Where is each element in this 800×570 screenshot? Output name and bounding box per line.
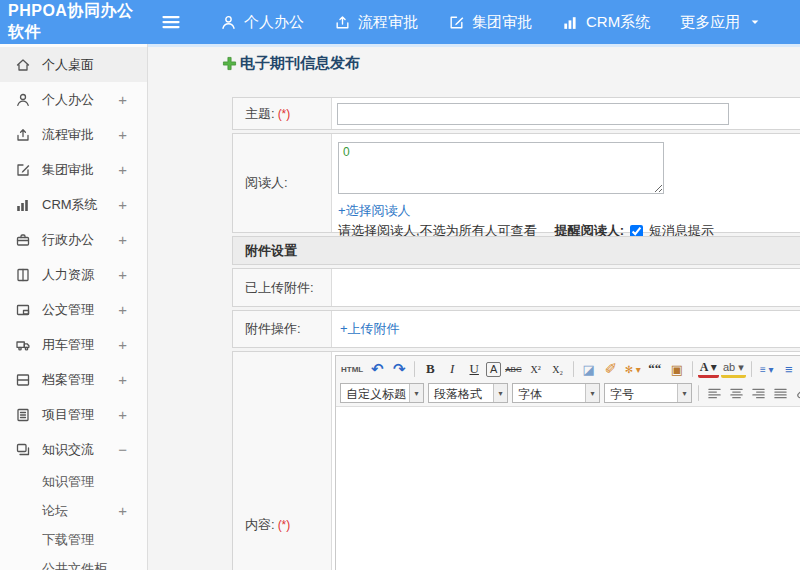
sidebar-item-label: 行政办公 xyxy=(42,231,94,249)
sidebar-item[interactable]: 流程审批 + xyxy=(0,117,147,152)
sidebar-item[interactable]: 知识交流 − xyxy=(0,432,147,467)
sidebar-item[interactable]: 知识管理 xyxy=(0,467,147,496)
sidebar-item-icon xyxy=(15,532,31,548)
sidebar-item[interactable]: 档案管理 + xyxy=(0,362,147,397)
expander-icon[interactable]: + xyxy=(118,266,127,283)
editor-toolbar-button[interactable]: ABC xyxy=(503,359,523,379)
editor-toolbar-button[interactable]: U xyxy=(464,359,484,379)
expander-icon[interactable]: + xyxy=(118,301,127,318)
sidebar-item[interactable]: 人力资源 + xyxy=(0,257,147,292)
top-nav-item[interactable]: CRM系统 xyxy=(562,13,650,32)
sidebar-item-icon xyxy=(15,232,31,248)
toolbar-icon xyxy=(795,386,800,401)
nav-icon xyxy=(562,14,579,31)
editor-toolbar-button[interactable]: A ▾ xyxy=(698,361,719,378)
sidebar-item[interactable]: 个人办公 + xyxy=(0,82,147,117)
chevron-down-icon[interactable]: ▾ xyxy=(409,384,423,402)
sidebar-item-label: 用车管理 xyxy=(42,336,94,354)
sidebar-item[interactable]: 个人桌面 xyxy=(0,47,147,82)
sidebar-item-icon xyxy=(15,561,31,570)
expander-icon[interactable]: + xyxy=(118,231,127,248)
sidebar-item-icon xyxy=(15,267,31,283)
toolbar-icon xyxy=(751,386,766,401)
editor-toolbar-button[interactable]: X² xyxy=(526,359,546,379)
top-nav-item[interactable]: 个人办公 xyxy=(220,13,304,32)
hamburger-icon xyxy=(161,12,181,32)
editor-toolbar-button[interactable] xyxy=(751,361,752,377)
sidebar-item-icon xyxy=(15,302,31,318)
expander-icon[interactable]: + xyxy=(118,336,127,353)
editor-toolbar-icon-button[interactable] xyxy=(704,383,724,403)
top-nav-item[interactable]: 更多应用 xyxy=(680,13,761,32)
editor-toolbar-button[interactable]: ab ▾ xyxy=(721,361,746,378)
editor-toolbar-button[interactable] xyxy=(692,361,693,377)
sidebar-item-icon xyxy=(15,503,31,519)
expander-icon[interactable]: − xyxy=(118,441,127,458)
sidebar-item[interactable]: 行政办公 + xyxy=(0,222,147,257)
sidebar-item[interactable]: 用车管理 + xyxy=(0,327,147,362)
readers-textarea[interactable]: 0 xyxy=(338,142,664,194)
chevron-down-icon[interactable]: ▾ xyxy=(493,384,507,402)
sidebar-item[interactable]: 下载管理 xyxy=(0,525,147,554)
editor-toolbar-button[interactable]: I xyxy=(442,359,462,379)
expander-icon[interactable]: + xyxy=(118,196,127,213)
editor-toolbar-button[interactable]: ✐ xyxy=(601,359,621,379)
expander-icon[interactable]: + xyxy=(118,126,127,143)
expander-icon[interactable]: + xyxy=(118,161,127,178)
editor-toolbar-button[interactable]: ≡ ▾ xyxy=(757,359,777,379)
chevron-down-icon[interactable]: ▾ xyxy=(677,384,691,402)
attachment-section-title: 附件设置 xyxy=(245,242,297,260)
attachment-op-field-cell: +上传附件 xyxy=(332,311,800,347)
editor-select[interactable]: 字体 ▾ xyxy=(512,383,600,403)
editor-toolbar-icon-button[interactable] xyxy=(792,383,800,403)
editor-toolbar-button[interactable]: ≡ xyxy=(779,359,799,379)
sidebar-item[interactable]: 公文管理 + xyxy=(0,292,147,327)
menu-toggle-button[interactable] xyxy=(148,12,194,32)
page-title-text: 电子期刊信息发布 xyxy=(240,54,360,73)
expander-icon[interactable]: + xyxy=(118,406,127,423)
sidebar-item[interactable]: 集团审批 + xyxy=(0,152,147,187)
editor-toolbar-button[interactable]: ↷ xyxy=(389,359,409,379)
editor-content-area[interactable] xyxy=(336,407,800,570)
editor-select[interactable]: 自定义标题 ▾ xyxy=(340,383,424,403)
expander-icon[interactable]: + xyxy=(118,502,127,519)
sidebar-item[interactable]: 项目管理 + xyxy=(0,397,147,432)
editor-toolbar-button[interactable]: X₂ xyxy=(548,359,568,379)
editor-toolbar-button[interactable]: ✻ ▾ xyxy=(623,359,643,379)
top-nav-item[interactable]: 流程审批 xyxy=(334,13,418,32)
editor-toolbar-icon-button[interactable] xyxy=(770,383,790,403)
page-title: 电子期刊信息发布 xyxy=(222,54,360,73)
editor-toolbar-button[interactable]: A xyxy=(486,362,501,377)
nav-label: 集团审批 xyxy=(472,13,532,32)
attachment-section-header: 附件设置 xyxy=(232,236,800,265)
expander-icon[interactable]: + xyxy=(118,91,127,108)
editor-toolbar-button[interactable]: B xyxy=(420,359,440,379)
editor-toolbar-button[interactable] xyxy=(414,361,415,377)
editor-select-label: 自定义标题 xyxy=(341,384,409,402)
sidebar-item-label: 集团审批 xyxy=(42,161,94,179)
editor-toolbar-button[interactable]: ▣ xyxy=(667,359,687,379)
sidebar: 个人桌面 个人办公 + 流程审批 + 集团审批 + CRM系统 + 行政办公 +… xyxy=(0,44,148,570)
editor-toolbar-button[interactable]: ◪ xyxy=(579,359,599,379)
sidebar-item-icon xyxy=(15,127,31,143)
editor-toolbar-icon-button[interactable] xyxy=(726,383,746,403)
editor-toolbar-button[interactable]: ““ xyxy=(645,359,665,379)
subject-input[interactable] xyxy=(337,103,729,125)
sidebar-item[interactable]: 公共文件柜 xyxy=(0,554,147,570)
sidebar-item-label: 知识管理 xyxy=(42,473,94,491)
editor-toolbar-button[interactable]: HTML xyxy=(339,359,365,379)
editor-toolbar-button[interactable] xyxy=(573,361,574,377)
sidebar-item[interactable]: 论坛 + xyxy=(0,496,147,525)
chevron-down-icon[interactable]: ▾ xyxy=(585,384,599,402)
sidebar-item[interactable]: CRM系统 + xyxy=(0,187,147,222)
editor-select[interactable]: 段落格式 ▾ xyxy=(428,383,508,403)
editor-toolbar-button[interactable]: ↶ xyxy=(367,359,387,379)
toolbar-icon xyxy=(729,386,744,401)
readers-field-cell: 0 +选择阅读人 请选择阅读人,不选为所有人可查看 提醒阅读人: 短消息提示 xyxy=(332,134,800,232)
top-nav-item[interactable]: 集团审批 xyxy=(448,13,532,32)
editor-toolbar-icon-button[interactable] xyxy=(748,383,768,403)
expander-icon[interactable]: + xyxy=(118,371,127,388)
upload-attachment-link[interactable]: +上传附件 xyxy=(340,320,400,338)
select-readers-link[interactable]: +选择阅读人 xyxy=(338,202,411,220)
editor-select[interactable]: 字号 ▾ xyxy=(604,383,692,403)
